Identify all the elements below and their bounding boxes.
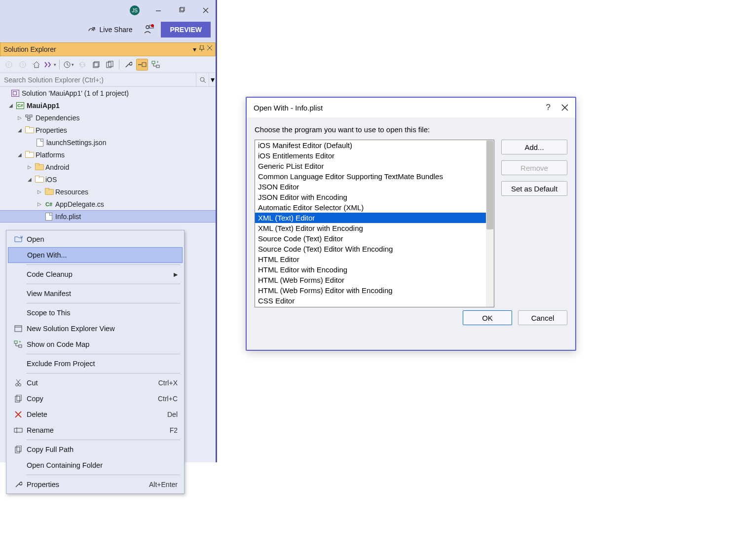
menu-open[interactable]: Open: [8, 231, 183, 247]
preview-selected-button[interactable]: [136, 59, 148, 71]
list-item[interactable]: HTML Editor: [255, 254, 494, 264]
search-input[interactable]: [0, 73, 196, 86]
collapse-all-button[interactable]: [90, 59, 102, 71]
list-item[interactable]: Source Code (Text) Editor With Encoding: [255, 244, 494, 254]
home-button[interactable]: [31, 59, 42, 71]
android-node[interactable]: ▷ Android: [0, 161, 216, 173]
search-icon[interactable]: [196, 74, 209, 86]
folder-icon: [44, 188, 53, 196]
ios-node[interactable]: ◢ iOS: [0, 173, 216, 186]
panel-close-icon[interactable]: [207, 45, 212, 53]
infoplist-node[interactable]: Info.plist: [0, 210, 216, 223]
plist-file-icon: [44, 213, 53, 221]
help-button[interactable]: ?: [546, 103, 551, 112]
close-button[interactable]: [201, 5, 211, 15]
dialog-close-button[interactable]: [561, 104, 568, 111]
add-button[interactable]: Add...: [501, 140, 567, 154]
menu-show-code-map[interactable]: + Show on Code Map: [8, 336, 183, 352]
list-item[interactable]: HTML Editor with Encoding: [255, 264, 494, 275]
back-button[interactable]: [3, 59, 15, 71]
menu-copy-full-path[interactable]: Copy Full Path: [8, 442, 183, 457]
title-bar: JS Live Share PREVIEW: [0, 0, 216, 42]
list-item[interactable]: Source Code (Text) Editor: [255, 233, 494, 244]
cancel-button[interactable]: Cancel: [518, 310, 567, 325]
list-item[interactable]: HTML (Web Forms) Editor: [255, 275, 494, 285]
remove-button[interactable]: Remove: [501, 160, 567, 175]
dependencies-label: Dependencies: [36, 114, 80, 122]
project-node[interactable]: ◢ C# MauiApp1: [0, 99, 216, 112]
code-map-icon: +: [10, 340, 27, 348]
launchsettings-node[interactable]: launchSettings.json: [0, 136, 216, 149]
list-item[interactable]: CSS Editor: [255, 296, 494, 306]
menu-cut[interactable]: Cut Ctrl+X: [8, 375, 183, 391]
folder-open-icon: [35, 176, 43, 184]
menu-view-manifest[interactable]: View Manifest: [8, 286, 183, 301]
copy-icon: [10, 446, 27, 453]
ok-button[interactable]: OK: [463, 310, 512, 325]
svg-rect-22: [156, 65, 159, 68]
switch-views-button[interactable]: ▾: [44, 59, 56, 71]
list-item[interactable]: XML (Text) Editor with Encoding: [255, 223, 494, 233]
properties-node[interactable]: ◢ Properties: [0, 124, 216, 136]
appdelegate-node[interactable]: ▷ C# AppDelegate.cs: [0, 198, 216, 210]
forward-button[interactable]: [17, 59, 29, 71]
list-item[interactable]: Automatic Editor Selector (XML): [255, 202, 494, 213]
share-icon: [87, 26, 96, 34]
user-avatar[interactable]: JS: [130, 5, 140, 15]
dependencies-node[interactable]: ▷ Dependencies: [0, 112, 216, 124]
platforms-node[interactable]: ◢ Platforms: [0, 149, 216, 161]
open-icon: [10, 236, 27, 243]
preview-button[interactable]: PREVIEW: [161, 22, 211, 37]
menu-copy[interactable]: Copy Ctrl+C: [8, 391, 183, 407]
list-item[interactable]: iOS Entitlements Editor: [255, 150, 494, 161]
context-menu: Open Open With... Code Cleanup ▶ View Ma…: [6, 230, 185, 494]
list-item[interactable]: JSON Editor: [255, 182, 494, 192]
list-item[interactable]: Common Language Editor Supporting TextMa…: [255, 171, 494, 182]
live-share-button[interactable]: Live Share: [87, 26, 132, 34]
panel-dropdown-icon[interactable]: ▾: [193, 45, 196, 53]
list-item[interactable]: JSON Editor with Encoding: [255, 192, 494, 202]
view-class-diagram-button[interactable]: +: [150, 59, 162, 71]
menu-open-with[interactable]: Open With...: [8, 247, 183, 263]
search-dropdown-icon[interactable]: ▾: [209, 74, 216, 86]
properties-button[interactable]: [122, 59, 134, 71]
sync-button[interactable]: [76, 59, 88, 71]
ios-label: iOS: [45, 176, 57, 184]
maximize-button[interactable]: [177, 5, 187, 15]
solution-node[interactable]: Solution 'MauiApp1' (1 of 1 project): [0, 87, 216, 99]
menu-delete[interactable]: Delete Del: [8, 407, 183, 422]
svg-line-43: [16, 379, 20, 384]
menu-scope-to-this[interactable]: Scope to This: [8, 305, 183, 321]
scrollbar[interactable]: [486, 140, 494, 307]
show-all-files-button[interactable]: [104, 59, 116, 71]
list-item[interactable]: Generic PList Editor: [255, 161, 494, 171]
pending-changes-button[interactable]: ▾: [63, 59, 74, 71]
svg-rect-30: [28, 118, 30, 120]
svg-line-14: [67, 65, 69, 66]
svg-point-26: [200, 77, 204, 81]
dialog-prompt: Choose the program you want to use to op…: [255, 125, 567, 134]
minimize-button[interactable]: [153, 5, 163, 15]
list-item[interactable]: XML (Text) Editor: [255, 213, 494, 223]
resources-node[interactable]: ▷ Resources: [0, 186, 216, 198]
menu-code-cleanup[interactable]: Code Cleanup ▶: [8, 266, 183, 282]
menu-rename[interactable]: Rename F2: [8, 422, 183, 438]
solution-explorer-search: ▾: [0, 73, 216, 87]
menu-exclude[interactable]: Exclude From Project: [8, 356, 183, 372]
svg-point-41: [19, 384, 21, 386]
csproj-icon: C#: [16, 102, 25, 110]
menu-open-containing-folder[interactable]: Open Containing Folder: [8, 457, 183, 473]
svg-rect-45: [17, 395, 21, 401]
feedback-button[interactable]: [143, 24, 154, 35]
delete-icon: [10, 411, 27, 418]
list-item[interactable]: iOS Manifest Editor (Default): [255, 140, 494, 150]
set-default-button[interactable]: Set as Default: [501, 181, 567, 196]
menu-new-se-view[interactable]: New Solution Explorer View: [8, 321, 183, 336]
list-item[interactable]: HTML (Web Forms) Editor with Encoding: [255, 285, 494, 296]
scrollbar-thumb[interactable]: [486, 141, 493, 229]
menu-separator: [26, 475, 180, 475]
json-file-icon: [36, 139, 44, 147]
program-listbox[interactable]: iOS Manifest Editor (Default)iOS Entitle…: [255, 140, 494, 307]
pin-icon[interactable]: [199, 45, 204, 53]
menu-properties[interactable]: Properties Alt+Enter: [8, 477, 183, 492]
